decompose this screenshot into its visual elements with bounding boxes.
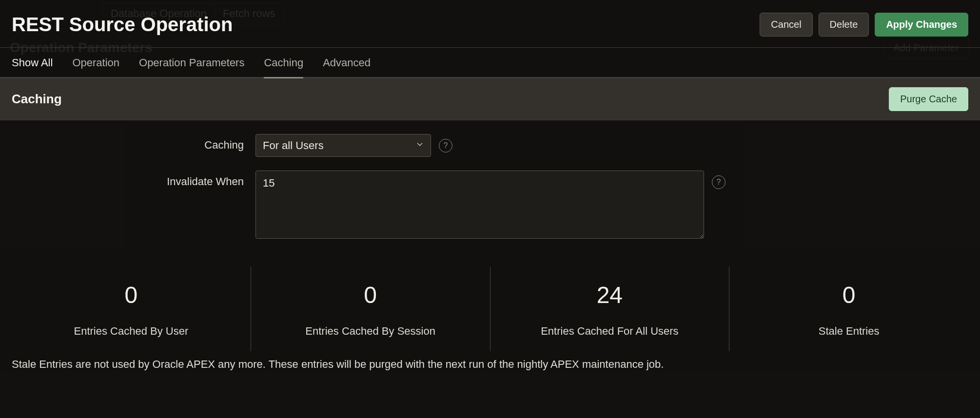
stat-label: Stale Entries <box>734 325 963 338</box>
caching-section-title: Caching <box>12 92 62 107</box>
tab-advanced[interactable]: Advanced <box>323 48 371 77</box>
purge-cache-button[interactable]: Purge Cache <box>889 87 968 111</box>
cache-stats-row: 0 Entries Cached By User 0 Entries Cache… <box>12 267 968 351</box>
stat-label: Entries Cached By Session <box>256 325 485 338</box>
help-icon[interactable]: ? <box>439 139 452 152</box>
caching-mode-row: Caching For all Users ? <box>12 134 968 157</box>
page-title: REST Source Operation <box>12 14 233 36</box>
help-icon[interactable]: ? <box>712 175 725 189</box>
delete-button[interactable]: Delete <box>819 13 869 37</box>
cancel-button[interactable]: Cancel <box>760 13 812 37</box>
stat-entries-all-users: 24 Entries Cached For All Users <box>490 267 729 351</box>
stale-entries-footnote: Stale Entries are not used by Oracle APE… <box>0 351 980 371</box>
stat-entries-by-session: 0 Entries Cached By Session <box>251 267 490 351</box>
stat-entries-by-user: 0 Entries Cached By User <box>12 267 251 351</box>
stat-value: 0 <box>734 282 963 308</box>
caching-mode-label: Caching <box>12 134 255 152</box>
modal-header: REST Source Operation Cancel Delete Appl… <box>0 0 980 48</box>
stat-value: 0 <box>17 282 246 308</box>
invalidate-when-row: Invalidate When ? <box>12 171 968 239</box>
tab-show-all[interactable]: Show All <box>12 48 53 77</box>
invalidate-when-label: Invalidate When <box>12 171 255 188</box>
stat-label: Entries Cached By User <box>17 325 246 338</box>
stat-stale-entries: 0 Stale Entries <box>729 267 968 351</box>
tab-caching[interactable]: Caching <box>264 48 303 77</box>
tab-operation[interactable]: Operation <box>72 48 119 77</box>
caching-form: Caching For all Users ? Invalidate When … <box>0 120 980 257</box>
apply-changes-button[interactable]: Apply Changes <box>875 13 968 37</box>
stat-value: 0 <box>256 282 485 308</box>
caching-mode-select[interactable]: For all Users <box>255 134 431 157</box>
stat-value: 24 <box>495 282 725 308</box>
stat-label: Entries Cached For All Users <box>495 325 725 338</box>
caching-section-header: Caching Purge Cache <box>0 78 980 120</box>
tab-bar: Show All Operation Operation Parameters … <box>0 48 980 78</box>
rest-source-operation-modal: REST Source Operation Cancel Delete Appl… <box>0 0 980 418</box>
tab-operation-parameters[interactable]: Operation Parameters <box>139 48 244 77</box>
header-button-group: Cancel Delete Apply Changes <box>760 13 968 37</box>
invalidate-when-textarea[interactable] <box>255 171 704 239</box>
